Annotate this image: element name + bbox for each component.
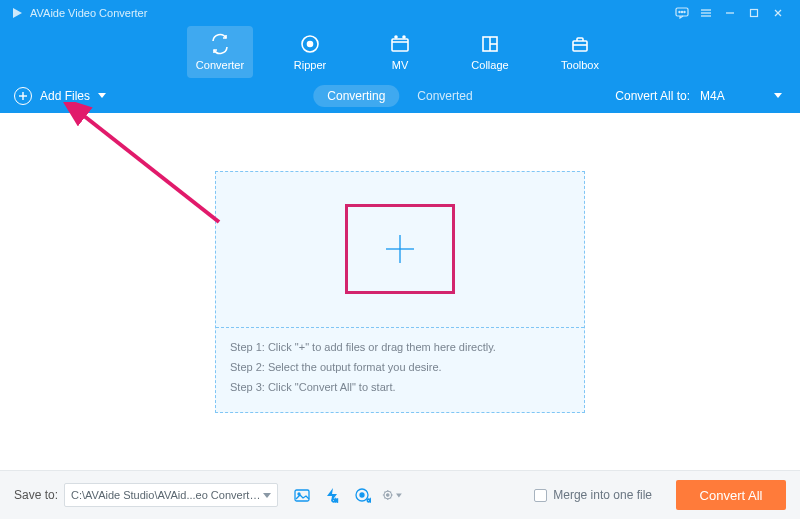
svg-rect-21 bbox=[573, 41, 587, 51]
collage-icon bbox=[479, 33, 501, 55]
nav-label: Ripper bbox=[294, 59, 326, 71]
toolbox-icon bbox=[569, 33, 591, 55]
add-files-big-button[interactable] bbox=[345, 204, 455, 294]
svg-point-4 bbox=[684, 11, 685, 12]
save-path-dropdown[interactable]: C:\AVAide Studio\AVAid...eo Converter\Co… bbox=[64, 483, 278, 507]
instructions: Step 1: Click "+" to add files or drag t… bbox=[216, 327, 584, 411]
mv-icon bbox=[389, 33, 411, 55]
high-speed-icon[interactable]: ON bbox=[352, 485, 372, 505]
convert-all-button[interactable]: Convert All bbox=[676, 480, 786, 510]
nav-label: MV bbox=[392, 59, 409, 71]
tab-converting[interactable]: Converting bbox=[313, 85, 399, 107]
plus-circle-icon bbox=[14, 87, 32, 105]
converter-icon bbox=[209, 33, 231, 55]
feedback-icon[interactable] bbox=[670, 3, 694, 23]
merge-label: Merge into one file bbox=[553, 488, 652, 502]
svg-point-13 bbox=[308, 42, 313, 47]
close-icon[interactable] bbox=[766, 3, 790, 23]
svg-text:ON: ON bbox=[367, 498, 371, 503]
convert-all-to-label: Convert All to: bbox=[615, 89, 690, 103]
app-title: AVAide Video Converter bbox=[30, 7, 147, 19]
selected-format: M4A bbox=[700, 89, 725, 103]
chevron-down-icon bbox=[263, 493, 271, 498]
svg-point-2 bbox=[679, 11, 680, 12]
open-folder-icon[interactable] bbox=[292, 485, 312, 505]
step-text: Step 2: Select the output format you des… bbox=[230, 358, 570, 378]
sub-toolbar: Add Files Converting Converted Convert A… bbox=[0, 78, 800, 113]
svg-point-36 bbox=[387, 494, 389, 496]
nav-toolbox[interactable]: Toolbox bbox=[547, 26, 613, 78]
checkbox-icon bbox=[534, 489, 547, 502]
titlebar: AVAide Video Converter bbox=[0, 0, 800, 26]
bottom-bar: Save to: C:\AVAide Studio\AVAid...eo Con… bbox=[0, 470, 800, 519]
add-files-label: Add Files bbox=[40, 89, 90, 103]
dropzone[interactable]: Step 1: Click "+" to add files or drag t… bbox=[215, 171, 585, 413]
convert-all-to-dropdown[interactable]: Convert All to: M4A bbox=[615, 89, 786, 103]
svg-point-33 bbox=[360, 493, 364, 497]
menu-icon[interactable] bbox=[694, 3, 718, 23]
save-to-label: Save to: bbox=[14, 488, 58, 502]
chevron-down-icon bbox=[98, 93, 106, 98]
nav-label: Collage bbox=[471, 59, 508, 71]
nav-mv[interactable]: MV bbox=[367, 26, 433, 78]
nav-label: Converter bbox=[196, 59, 244, 71]
svg-point-16 bbox=[395, 36, 397, 38]
tab-converted[interactable]: Converted bbox=[403, 85, 486, 107]
step-text: Step 3: Click "Convert All" to start. bbox=[230, 378, 570, 398]
ripper-icon bbox=[299, 33, 321, 55]
save-path-value: C:\AVAide Studio\AVAid...eo Converter\Co… bbox=[71, 489, 263, 501]
nav-collage[interactable]: Collage bbox=[457, 26, 523, 78]
svg-rect-14 bbox=[392, 39, 408, 51]
svg-point-3 bbox=[681, 11, 682, 12]
svg-marker-37 bbox=[396, 493, 402, 497]
nav-ripper[interactable]: Ripper bbox=[277, 26, 343, 78]
main-area: Step 1: Click "+" to add files or drag t… bbox=[0, 113, 800, 470]
hardware-accel-icon[interactable]: ON bbox=[322, 485, 342, 505]
svg-rect-9 bbox=[751, 10, 758, 17]
svg-text:ON: ON bbox=[332, 498, 338, 503]
svg-point-17 bbox=[403, 36, 405, 38]
app-logo-icon bbox=[10, 6, 24, 20]
add-files-button[interactable]: Add Files bbox=[14, 87, 106, 105]
chevron-down-icon bbox=[774, 93, 782, 98]
settings-icon[interactable] bbox=[382, 485, 402, 505]
minimize-icon[interactable] bbox=[718, 3, 742, 23]
nav-label: Toolbox bbox=[561, 59, 599, 71]
svg-marker-0 bbox=[13, 8, 22, 18]
nav-converter[interactable]: Converter bbox=[187, 26, 253, 78]
main-nav: Converter Ripper MV Collage Toolbox bbox=[0, 26, 800, 78]
maximize-icon[interactable] bbox=[742, 3, 766, 23]
svg-rect-28 bbox=[295, 490, 309, 501]
step-text: Step 1: Click "+" to add files or drag t… bbox=[230, 338, 570, 358]
conversion-status-tabs: Converting Converted bbox=[313, 85, 486, 107]
merge-checkbox[interactable]: Merge into one file bbox=[534, 488, 652, 502]
